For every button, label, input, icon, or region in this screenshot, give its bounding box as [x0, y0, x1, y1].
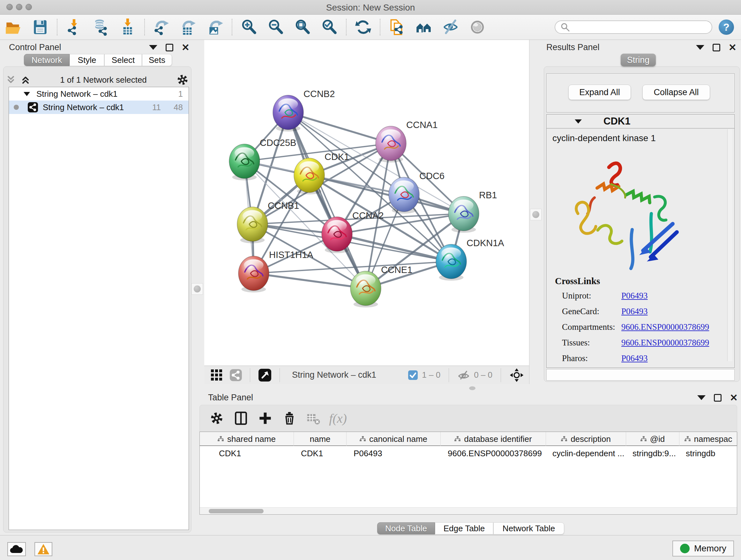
- collapse-all-icon[interactable]: [6, 75, 16, 85]
- close-panel-icon[interactable]: ✕: [729, 44, 737, 51]
- cell-database-identifier[interactable]: 9606.ENSP00000378699: [448, 449, 544, 460]
- float-panel-icon[interactable]: [165, 44, 173, 51]
- home-icon[interactable]: [414, 18, 433, 37]
- sort-tree-icon[interactable]: [684, 436, 691, 442]
- network-view-canvas[interactable]: CCNB2CCNA1CDC25BCDK1CDC6RB1CCNB1CCNA2CDK…: [204, 40, 529, 366]
- horizontal-splitter-handle[interactable]: [468, 386, 476, 390]
- grid-view-icon[interactable]: [209, 365, 224, 385]
- node-CCNB2[interactable]: CCNB2: [273, 89, 335, 132]
- column-header-canonical-name[interactable]: canonical name: [347, 432, 441, 446]
- cell-canonical-name[interactable]: P06493: [354, 449, 439, 460]
- import-network-file-icon[interactable]: [65, 18, 83, 37]
- node-CCNE1[interactable]: CCNE1: [350, 265, 412, 307]
- scrollbar-thumb[interactable]: [209, 509, 264, 513]
- network-share-icon[interactable]: [228, 365, 243, 385]
- warning-button[interactable]: [35, 542, 52, 556]
- column-header-name[interactable]: name: [294, 432, 347, 446]
- sort-tree-icon[interactable]: [561, 436, 567, 442]
- help-button[interactable]: ?: [719, 19, 734, 35]
- column-header-shared-name[interactable]: shared name: [200, 432, 294, 446]
- expand-all-button[interactable]: Expand All: [568, 84, 631, 100]
- protein-header[interactable]: CDK1: [547, 115, 734, 129]
- sort-tree-icon[interactable]: [360, 436, 366, 442]
- sort-tree-icon[interactable]: [455, 436, 461, 442]
- float-panel-icon[interactable]: [714, 394, 722, 401]
- select-columns-icon[interactable]: [231, 408, 251, 428]
- tab-edge-table[interactable]: Edge Table: [435, 522, 493, 535]
- zoom-fit-icon[interactable]: [293, 18, 312, 37]
- zoom-selected-icon[interactable]: [320, 18, 339, 37]
- new-network-from-selection-icon[interactable]: [388, 18, 406, 37]
- export-network-icon[interactable]: [152, 18, 171, 37]
- panel-menu-icon[interactable]: [149, 45, 157, 50]
- cell-@id[interactable]: stringdb:9...: [632, 449, 677, 460]
- search-input[interactable]: [555, 20, 712, 34]
- edge-CCNB2-CCNE1[interactable]: [288, 112, 366, 288]
- table-gear-icon[interactable]: [207, 408, 226, 428]
- right-splitter[interactable]: [529, 40, 542, 384]
- hidden-eye-icon[interactable]: [457, 370, 470, 381]
- tab-node-table[interactable]: Node Table: [377, 522, 435, 535]
- results-scrollbar[interactable]: [727, 129, 732, 361]
- close-panel-icon[interactable]: ✕: [730, 394, 738, 401]
- graphics-details-icon[interactable]: [468, 18, 487, 37]
- right-splitter-handle[interactable]: [530, 209, 542, 220]
- edge-CDK1-RB1[interactable]: [309, 175, 464, 213]
- collapse-section-icon[interactable]: [574, 118, 583, 125]
- navigator-crosshair-icon[interactable]: [509, 368, 524, 382]
- detach-view-icon[interactable]: [257, 365, 273, 385]
- selected-checkbox-icon[interactable]: [408, 370, 418, 380]
- sort-tree-icon[interactable]: [218, 436, 224, 442]
- tab-network-table[interactable]: Network Table: [493, 522, 564, 535]
- node-HIST1H1A[interactable]: HIST1H1A: [239, 250, 313, 293]
- tab-style[interactable]: Style: [70, 54, 105, 66]
- node-RB1[interactable]: RB1: [448, 190, 497, 233]
- network-row[interactable]: String Network – cdk1 11 48: [9, 101, 189, 114]
- sort-tree-icon[interactable]: [641, 436, 647, 442]
- column-header-namespac[interactable]: namespac: [679, 432, 738, 446]
- horizontal-splitter[interactable]: [195, 384, 741, 392]
- cell-namespac[interactable]: stringdb: [686, 449, 736, 460]
- save-session-icon[interactable]: [31, 18, 50, 37]
- delete-column-icon[interactable]: [280, 408, 299, 428]
- node-table[interactable]: shared namenamecanonical namedatabase id…: [199, 432, 737, 515]
- import-network-database-icon[interactable]: [91, 18, 110, 37]
- export-table-icon[interactable]: [179, 18, 198, 37]
- crosslink-link[interactable]: P06493: [621, 291, 648, 301]
- zoom-in-icon[interactable]: [240, 18, 258, 37]
- float-panel-icon[interactable]: [713, 44, 720, 51]
- edge-CCNB2-CCNA1[interactable]: [288, 112, 391, 143]
- apply-layout-icon[interactable]: [354, 18, 373, 37]
- cell-shared-name[interactable]: CDK1: [219, 449, 292, 460]
- crosslink-link[interactable]: 9606.ENSP00000378699: [621, 322, 709, 332]
- zoom-out-icon[interactable]: [266, 18, 285, 37]
- memory-button[interactable]: Memory: [672, 541, 734, 557]
- crosslink-link[interactable]: P06493: [621, 307, 648, 316]
- column-header-description[interactable]: description: [546, 432, 626, 446]
- panel-menu-icon[interactable]: [697, 395, 705, 400]
- tab-select[interactable]: Select: [105, 54, 142, 66]
- hide-selected-icon[interactable]: [441, 18, 460, 37]
- panel-menu-icon[interactable]: [696, 45, 704, 50]
- column-header-@id[interactable]: @id: [626, 432, 679, 446]
- open-session-icon[interactable]: [4, 18, 23, 37]
- cell-name[interactable]: CDK1: [301, 449, 345, 460]
- tab-string[interactable]: String: [621, 54, 656, 66]
- export-image-icon[interactable]: [206, 18, 224, 37]
- edge-HIST1H1A-CCNE1[interactable]: [254, 273, 366, 288]
- expand-all-icon[interactable]: [20, 75, 30, 85]
- column-header-database-identifier[interactable]: database identifier: [441, 432, 546, 446]
- cloud-button[interactable]: [7, 542, 26, 556]
- network-options-gear-icon[interactable]: [176, 73, 189, 86]
- node-CCNA1[interactable]: CCNA1: [376, 120, 437, 163]
- tab-sets[interactable]: Sets: [142, 54, 172, 66]
- cell-description[interactable]: cyclin-dependent ...: [552, 449, 624, 460]
- crosslink-link[interactable]: 9606.ENSP00000378699: [621, 338, 709, 348]
- node-CDKN1A[interactable]: CDKN1A: [436, 238, 504, 281]
- collection-expander-icon[interactable]: [23, 91, 30, 97]
- add-column-icon[interactable]: [255, 408, 275, 428]
- tab-network[interactable]: Network: [24, 54, 70, 66]
- crosslink-link[interactable]: P06493: [621, 354, 648, 363]
- close-panel-icon[interactable]: ✕: [182, 44, 190, 51]
- network-collection-row[interactable]: String Network – cdk1 1: [9, 87, 189, 101]
